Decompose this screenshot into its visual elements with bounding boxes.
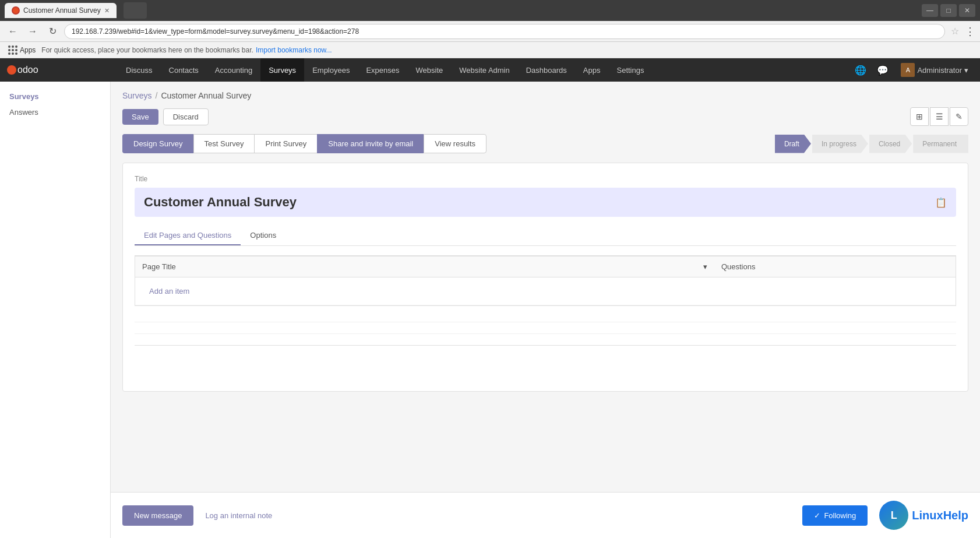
reload-button[interactable]: ↻ [44,23,61,40]
nav-discuss[interactable]: Discuss [118,58,161,82]
nav-expenses[interactable]: Expenses [358,58,407,82]
browser-toolbar: ← → ↻ 192.168.7.239/web#id=1&view_type=f… [0,21,980,42]
odoo-logo: odoo [7,62,54,78]
odoo-nav-right: 🌐 💬 A Administrator ▾ [852,61,973,79]
survey-title-input[interactable]: Customer Annual Survey 📋 [135,188,956,217]
apps-label: Apps [20,46,36,54]
admin-chevron-icon: ▾ [964,66,968,75]
stage-permanent[interactable]: Permanent [913,135,968,153]
apps-grid-icon [8,45,17,55]
odoo-page-content: Surveys / Customer Annual Survey Save Di… [111,82,980,538]
nav-dashboards[interactable]: Dashboards [518,58,575,82]
nav-employees[interactable]: Employees [304,58,358,82]
col-header-arrow[interactable]: ▾ [696,256,714,277]
bottom-bar: New message Log an internal note ✓ Follo… [111,492,980,538]
linuxhelp-logo-area: L LinuxHelp [879,501,968,530]
following-button[interactable]: ✓ Following [802,505,868,526]
print-survey-button[interactable]: Print Survey [254,134,317,153]
survey-table-wrapper: Page Title ▾ Questions [135,255,956,306]
new-message-button[interactable]: New message [122,505,193,526]
stage-draft[interactable]: Draft [775,135,811,153]
import-bookmarks-link[interactable]: Import bookmarks now... [256,46,332,54]
maximize-button[interactable]: □ [940,4,957,17]
tab-options[interactable]: Options [241,226,285,245]
odoo-main: Surveys Answers Surveys / Customer Annua… [0,82,980,538]
svg-point-0 [7,65,16,75]
apps-button[interactable]: Apps [5,44,39,56]
bottom-padding [122,403,968,450]
empty-row-1 [135,311,956,322]
log-note-button[interactable]: Log an internal note [199,505,278,526]
tab-title: Customer Annual Survey [23,6,101,15]
nav-website[interactable]: Website [408,58,452,82]
tab-close-icon[interactable]: ✕ [104,7,110,15]
tab-edit-pages[interactable]: Edit Pages and Questions [135,226,241,245]
sidebar-item-answers[interactable]: Answers [0,104,110,120]
breadcrumb-current: Customer Annual Survey [161,91,251,100]
kanban-view-button[interactable]: ⊞ [910,107,929,126]
admin-menu-button[interactable]: A Administrator ▾ [896,61,973,79]
copy-icon[interactable]: 📋 [935,197,947,208]
window-controls: — □ ✕ [922,4,975,17]
action-bar: Save Discard ⊞ ☰ ✎ [122,107,968,126]
survey-title-text: Customer Annual Survey [144,195,297,210]
stage-closed[interactable]: Closed [869,135,912,153]
nav-apps[interactable]: Apps [575,58,609,82]
odoo-topnav: odoo Discuss Contacts Accounting Surveys… [0,58,980,82]
following-label: Following [824,511,856,520]
status-pipeline: Draft In progress Closed Permanent [775,135,968,153]
bookmark-star-icon[interactable]: ☆ [951,26,959,37]
close-button[interactable]: ✕ [959,4,975,17]
stage-in-progress[interactable]: In progress [812,135,868,153]
save-button[interactable]: Save [122,109,158,125]
form-footer-space [135,350,956,379]
minimize-button[interactable]: — [922,4,938,17]
svg-text:odoo: odoo [17,65,38,75]
empty-row-3 [135,334,956,346]
browser-tab[interactable]: Customer Annual Survey ✕ [5,3,117,18]
globe-icon[interactable]: 🌐 [852,61,869,79]
bookmarks-bar: Apps For quick access, place your bookma… [0,42,980,58]
sidebar-item-surveys[interactable]: Surveys [0,89,110,104]
new-tab-button[interactable] [124,2,147,19]
admin-label: Administrator [917,66,962,75]
odoo-logo-area: odoo [7,62,118,78]
tab-favicon [12,6,20,15]
discard-button[interactable]: Discard [163,108,209,125]
list-view-button[interactable]: ☰ [930,107,949,126]
edit-view-button[interactable]: ✎ [950,107,968,126]
view-icons: ⊞ ☰ ✎ [910,107,968,126]
odoo-app: odoo Discuss Contacts Accounting Surveys… [0,58,980,538]
nav-contacts[interactable]: Contacts [161,58,207,82]
survey-action-bar: Design Survey Test Survey Print Survey S… [122,134,968,153]
survey-form: Title Customer Annual Survey 📋 Edit Page… [122,163,968,392]
bookmarks-hint: For quick access, place your bookmarks h… [41,46,253,54]
test-survey-button[interactable]: Test Survey [193,134,255,153]
linuxhelp-text: LinuxHelp [912,509,968,522]
col-header-page-title: Page Title [135,256,696,277]
nav-surveys[interactable]: Surveys [260,58,304,82]
following-check-icon: ✓ [814,511,820,520]
empty-row-2 [135,322,956,334]
nav-accounting[interactable]: Accounting [207,58,260,82]
add-item-link[interactable]: Add an item [142,282,196,300]
survey-pages-table: Page Title ▾ Questions [135,256,956,305]
share-survey-button[interactable]: Share and invite by email [317,134,424,153]
nav-website-admin[interactable]: Website Admin [451,58,517,82]
browser-menu-icon[interactable]: ⋮ [965,25,975,38]
back-button[interactable]: ← [5,23,21,40]
col-header-questions: Questions [714,256,956,277]
design-survey-button[interactable]: Design Survey [122,134,193,153]
odoo-nav-items: Discuss Contacts Accounting Surveys Empl… [118,58,852,82]
breadcrumb-parent-link[interactable]: Surveys [122,91,152,100]
nav-settings[interactable]: Settings [608,58,652,82]
breadcrumb: Surveys / Customer Annual Survey [122,91,968,100]
chat-icon[interactable]: 💬 [874,61,891,79]
view-results-button[interactable]: View results [424,134,487,153]
odoo-sidebar: Surveys Answers [0,82,111,538]
linuxhelp-avatar: L [879,501,908,530]
address-bar[interactable]: 192.168.7.239/web#id=1&view_type=form&mo… [64,24,945,39]
table-row: Add an item [135,277,956,305]
forward-button[interactable]: → [24,23,41,40]
breadcrumb-separator: / [156,91,158,100]
